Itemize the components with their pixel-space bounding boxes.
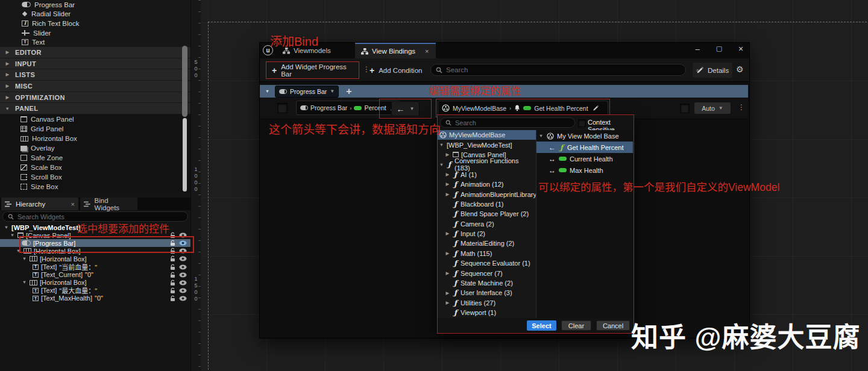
close-icon[interactable]: × — [71, 201, 75, 208]
property-row-current-health[interactable]: ↔ Current Health — [536, 153, 633, 164]
lock-icon[interactable] — [169, 255, 176, 262]
palette-item-progress-bar[interactable]: Progress Bar — [0, 0, 190, 10]
palette-item-radial-slider[interactable]: Radial Slider — [0, 10, 190, 19]
palette-item-scale-box[interactable]: Scale Box — [0, 163, 190, 172]
chevron-down-icon[interactable]: ▼ — [439, 143, 444, 148]
eye-icon[interactable] — [179, 296, 187, 301]
picker-row[interactable]: ▶ƒUtilities (27) — [438, 298, 536, 308]
chevron-down-icon[interactable]: ▼ — [439, 163, 444, 167]
cancel-button[interactable]: Cancel — [596, 320, 630, 331]
chevron-right-icon[interactable]: ▶ — [445, 301, 450, 305]
picker-row[interactable]: ƒState Machine (2) — [438, 278, 536, 288]
bindings-search-input[interactable]: Search — [430, 64, 686, 76]
category-lists[interactable]: ▶LISTS — [0, 69, 190, 81]
eye-icon[interactable] — [179, 272, 187, 278]
picker-row[interactable]: ▶ƒSequencer (7) — [438, 268, 536, 278]
close-icon[interactable]: × — [735, 44, 747, 55]
palette-item-text[interactable]: T Text — [0, 37, 190, 47]
category-editor[interactable]: ▶EDITOR — [0, 47, 190, 58]
chevron-right-icon[interactable]: ▶ — [445, 271, 450, 276]
palette-item-safe-zone[interactable]: Safe Zone — [0, 153, 190, 163]
lock-icon[interactable] — [169, 272, 176, 278]
chevron-right-icon[interactable]: ▶ — [445, 152, 450, 157]
exec-mode-dropdown[interactable]: Auto ▼ — [694, 102, 731, 114]
chevron-right-icon[interactable]: ▶ — [445, 231, 450, 236]
palette-item-rich-text-block[interactable]: I Rich Text Block — [0, 19, 190, 28]
scrollbar-thumb[interactable] — [183, 118, 187, 192]
tree-row-text-current[interactable]: T [Text_Current] "0" — [0, 271, 190, 279]
picker-row[interactable]: ƒSequence Evaluator (1) — [438, 258, 536, 268]
tab-view-bindings-active[interactable]: View Bindings × — [355, 43, 436, 58]
picker-row-myviewmodelbase[interactable]: MyViewModelBase — [438, 130, 536, 140]
chevron-right-icon[interactable]: ▶ — [445, 251, 450, 256]
chevron-right-icon[interactable]: ▶ — [445, 172, 450, 177]
chevron-down-icon[interactable]: ▼ — [22, 280, 27, 285]
close-icon[interactable]: × — [425, 48, 429, 55]
minimize-icon[interactable]: – — [691, 45, 703, 55]
palette-item-grid-panel[interactable]: Grid Panel — [0, 124, 190, 134]
category-misc[interactable]: ▶MISC — [0, 81, 190, 92]
window-title-bar[interactable]: u Viewmodels View Bindings × – ▢ × — [260, 43, 749, 58]
row-options-icon[interactable]: ⋮ — [738, 104, 745, 111]
chevron-down-icon[interactable]: ▼ — [265, 89, 270, 94]
palette-item-overlay[interactable]: Overlay — [0, 143, 190, 153]
palette-item-horizontal-box[interactable]: Horizontal Box — [0, 134, 190, 143]
picker-row[interactable]: ƒCamera (2) — [438, 219, 536, 229]
picker-row[interactable]: ▼ [WBP_ViewModeTest] — [438, 140, 536, 149]
tab-hierarchy[interactable]: Hierarchy × — [1, 198, 78, 210]
clear-button[interactable]: Clear — [561, 320, 591, 331]
viewmodel-property-chip[interactable]: MyViewModelBase › Get Health Percent — [438, 101, 608, 116]
chevron-right-icon[interactable]: ▶ — [445, 192, 450, 197]
group-widget-dropdown[interactable]: Progress Bar ▼ — [275, 86, 339, 98]
lock-icon[interactable] — [169, 287, 176, 294]
eye-icon[interactable] — [179, 264, 187, 270]
select-button[interactable]: Select — [527, 320, 556, 331]
picker-row[interactable]: ƒMaterialEditing (2) — [438, 238, 536, 248]
palette-item-scroll-box[interactable]: Scroll Box — [0, 172, 190, 182]
tree-row-text[interactable]: T [Text] "当前血量：" — [0, 263, 190, 270]
add-binding-icon[interactable]: + — [346, 87, 351, 96]
property-row-max-health[interactable]: ↔ Max Health — [536, 164, 633, 176]
pencil-icon[interactable] — [593, 105, 599, 111]
chevron-down-icon[interactable]: ▼ — [538, 134, 544, 139]
lock-icon[interactable] — [169, 264, 176, 270]
category-input[interactable]: ▶INPUT — [0, 58, 190, 70]
add-widget-button[interactable]: + Add Widget Progress Bar — [266, 61, 359, 79]
property-row-get-health-percent-selected[interactable]: ← ƒ Get Health Percent — [536, 142, 633, 153]
binding-enable-checkbox[interactable] — [277, 103, 288, 113]
picker-row[interactable]: ƒBlackboard (1) — [438, 199, 536, 209]
picker-row[interactable]: ▶ƒAnimationBlueprintLibrary — [438, 189, 536, 199]
context-sensitive-checkbox[interactable] — [578, 119, 586, 127]
lock-icon[interactable] — [169, 279, 176, 286]
tree-row-text-maxhealth[interactable]: T [Text_MaxHealth] "0" — [0, 295, 190, 302]
palette-item-size-box[interactable]: Size Box — [0, 182, 190, 192]
tree-row-text[interactable]: T [Text] "最大血量：" — [0, 287, 190, 295]
binding-extra-checkbox[interactable] — [680, 104, 690, 113]
picker-row[interactable]: ▶ƒAnimation (12) — [438, 179, 536, 189]
palette-item-slider[interactable]: Slider — [0, 28, 190, 38]
scrollbar-thumb[interactable] — [182, 46, 187, 117]
chevron-down-icon[interactable]: ▼ — [22, 257, 27, 261]
picker-row[interactable]: ƒBlend Space Player (2) — [438, 209, 536, 219]
tab-bind-widgets[interactable]: Bind Widgets — [80, 198, 137, 210]
chevron-right-icon[interactable]: ▶ — [445, 291, 450, 296]
chevron-down-icon[interactable]: ▼ — [10, 233, 15, 238]
chevron-right-icon[interactable]: ▶ — [445, 182, 450, 187]
lock-icon[interactable] — [169, 295, 176, 302]
property-row-root[interactable]: ▼ My View Model Base — [536, 130, 633, 142]
add-condition-button[interactable]: + Add Condition — [370, 61, 422, 79]
eye-icon[interactable] — [179, 256, 187, 261]
maximize-icon[interactable]: ▢ — [713, 45, 725, 55]
picker-row[interactable]: ▶ƒInput (2) — [438, 229, 536, 238]
eye-icon[interactable] — [179, 288, 187, 293]
gear-icon[interactable]: ⚙ — [736, 64, 744, 74]
picker-row[interactable]: ▶ƒUser Interface (3) — [438, 288, 536, 298]
eye-icon[interactable] — [179, 280, 187, 285]
picker-row[interactable]: ▼ ƒ Conversion Functions (183) — [438, 160, 536, 169]
picker-row[interactable]: ▶ƒMath (115) — [438, 249, 536, 258]
picker-row[interactable]: ƒViewport (1) — [438, 308, 536, 317]
category-optimization[interactable]: ▶OPTIMIZATION — [0, 92, 190, 104]
chevron-down-icon[interactable]: ▼ — [4, 225, 9, 230]
bind-direction-control[interactable]: ← ▼ — [379, 99, 432, 119]
palette-item-canvas-panel[interactable]: Canvas Panel — [0, 114, 190, 124]
